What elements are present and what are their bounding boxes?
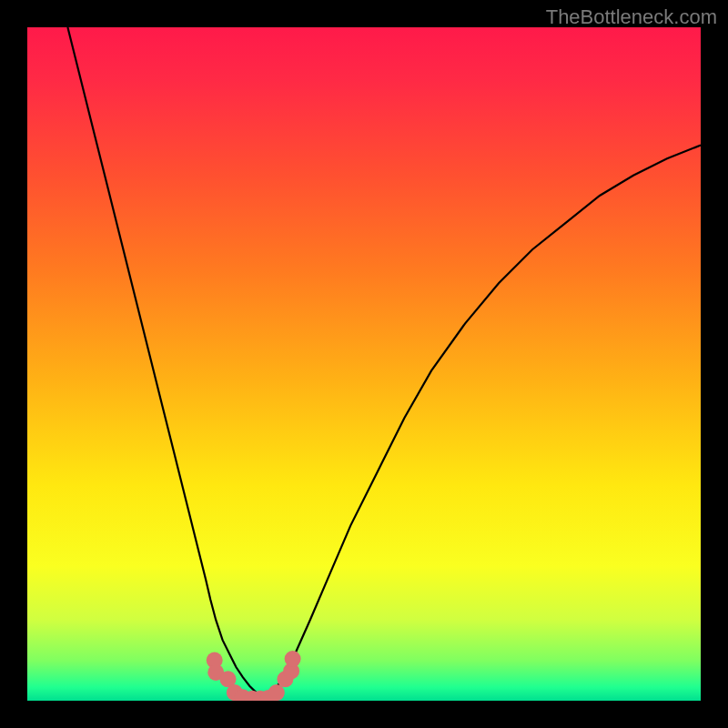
- chart-svg: [27, 27, 701, 701]
- scatter-dots-group: [207, 651, 301, 701]
- left-curve-line: [67, 27, 263, 698]
- watermark-text: TheBottleneck.com: [546, 5, 717, 29]
- scatter-dot: [268, 684, 285, 701]
- chart-plot-area: [27, 27, 701, 701]
- right-curve-line: [263, 146, 701, 699]
- scatter-dot: [285, 651, 301, 667]
